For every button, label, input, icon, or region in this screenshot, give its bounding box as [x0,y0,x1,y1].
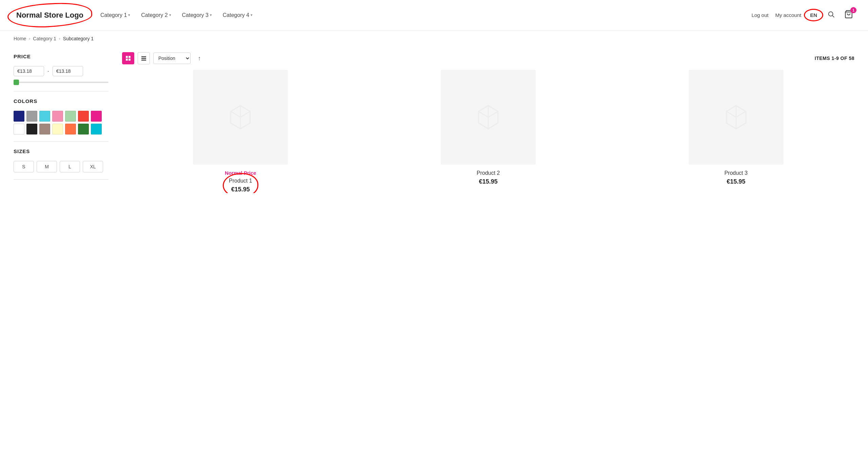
product-image-1[interactable] [193,70,288,165]
size-btn-m[interactable]: M [37,161,57,172]
color-swatch-8[interactable] [26,124,37,134]
breadcrumb: Home › Category 1 › Subcategory 1 [0,30,868,47]
list-icon [141,56,146,61]
size-btn-s[interactable]: S [14,161,34,172]
chevron-down-icon: ▾ [210,13,212,17]
product-label-area-3: Product 3 €15.95 [617,170,854,185]
size-btn-xl[interactable]: XL [83,161,103,172]
chevron-down-icon: ▾ [128,13,130,17]
size-btn-l[interactable]: L [60,161,80,172]
divider-colors-sizes [14,141,108,142]
color-swatch-1[interactable] [26,111,37,122]
product-card-2: Product 2 €15.95 [370,70,607,193]
grid-icon [125,56,131,61]
items-count: ITEMS 1-9 OF 58 [815,56,854,61]
sort-select[interactable]: Position [153,53,191,64]
logout-link[interactable]: Log out [751,12,768,18]
nav-item-category1[interactable]: Category 1 ▾ [96,9,134,21]
product-image-2[interactable] [441,70,536,165]
product-name-3[interactable]: Product 3 [617,170,854,176]
store-logo[interactable]: Normal Store Logo [14,9,86,21]
price-filter-title: PRICE [14,54,108,59]
product-area: Position ↑ ITEMS 1-9 OF 58 Normal Pr [122,47,854,193]
nav-item-category3[interactable]: Category 3 ▾ [178,9,216,21]
language-button[interactable]: EN [808,11,819,19]
breadcrumb-sep2: › [59,36,60,41]
color-swatch-11[interactable] [65,124,76,134]
price-max-input[interactable] [53,66,83,76]
svg-rect-4 [129,56,131,58]
svg-rect-9 [141,60,146,61]
svg-rect-8 [141,58,146,59]
color-swatch-7[interactable] [14,124,24,134]
color-swatch-6[interactable] [91,111,102,122]
color-swatch-12[interactable] [78,124,89,134]
colors-filter-title: COLORS [14,98,108,104]
sizes-grid: SMLXL [14,161,108,172]
price-inputs: - [14,66,108,76]
sort-asc-icon: ↑ [198,55,201,62]
search-button[interactable] [826,9,836,21]
colors-grid [14,111,108,134]
product-image-3[interactable] [689,70,784,165]
product-card-3: Product 3 €15.95 [617,70,854,193]
divider-price-colors [14,91,108,91]
color-swatch-0[interactable] [14,111,24,122]
toolbar: Position ↑ ITEMS 1-9 OF 58 [122,47,854,70]
product-name-2[interactable]: Product 2 [370,170,607,176]
main-layout: PRICE - COLORS SIZES SMLXL [0,47,868,193]
product-name-1[interactable]: Product 1 [229,178,252,184]
color-swatch-13[interactable] [91,124,102,134]
product-price-3: €15.95 [617,178,854,185]
price-slider-track[interactable] [14,82,108,83]
cart-button[interactable]: 1 [843,8,854,22]
sort-direction-button[interactable]: ↑ [194,53,205,64]
price-dash: - [47,68,49,74]
sidebar: PRICE - COLORS SIZES SMLXL [14,47,108,193]
normal-price-label: Normal Price [122,170,359,176]
breadcrumb-category[interactable]: Category 1 [33,36,56,41]
language-selector[interactable]: EN [808,12,819,18]
price-min-input[interactable] [14,66,44,76]
svg-point-0 [829,12,833,16]
product-price-1: €15.95 [229,186,252,193]
product-price-2: €15.95 [370,178,607,185]
color-swatch-9[interactable] [39,124,50,134]
color-swatch-5[interactable] [78,111,89,122]
product-grid: Normal Price Product 1 €15.95 [122,70,854,193]
product-placeholder-icon [227,104,254,131]
product-placeholder-icon [475,104,502,131]
svg-rect-7 [141,56,146,57]
color-swatch-10[interactable] [52,124,63,134]
svg-rect-5 [126,59,128,61]
svg-rect-6 [129,59,131,61]
price-slider-thumb[interactable] [14,80,19,85]
color-swatch-3[interactable] [52,111,63,122]
color-swatch-4[interactable] [65,111,76,122]
breadcrumb-sep1: › [29,36,30,41]
divider-bottom [14,179,108,180]
header-right: Log out My account EN 1 [751,8,854,22]
list-view-button[interactable] [138,52,150,64]
breadcrumb-subcategory: Subcategory 1 [63,36,94,41]
chevron-down-icon: ▾ [251,13,253,17]
grid-view-button[interactable] [122,52,134,64]
my-account-link[interactable]: My account [775,12,801,18]
color-swatch-2[interactable] [39,111,50,122]
sizes-filter-title: SIZES [14,148,108,154]
header: Normal Store Logo Category 1 ▾ Category … [0,0,868,30]
logo-wrapper: Normal Store Logo [14,9,86,21]
search-icon [827,11,835,18]
svg-line-1 [832,16,834,17]
svg-rect-3 [126,56,128,58]
product-label-area-1: Normal Price Product 1 €15.95 [122,170,359,193]
product-card-1: Normal Price Product 1 €15.95 [122,70,359,193]
nav-item-category4[interactable]: Category 4 ▾ [219,9,257,21]
product-name-wrap-1: Product 1 €15.95 [229,178,252,193]
nav-item-category2[interactable]: Category 2 ▾ [137,9,175,21]
cart-badge: 1 [850,7,856,13]
main-nav: Category 1 ▾ Category 2 ▾ Category 3 ▾ C… [96,9,751,21]
product-label-area-2: Product 2 €15.95 [370,170,607,185]
breadcrumb-home[interactable]: Home [14,36,26,41]
chevron-down-icon: ▾ [169,13,171,17]
